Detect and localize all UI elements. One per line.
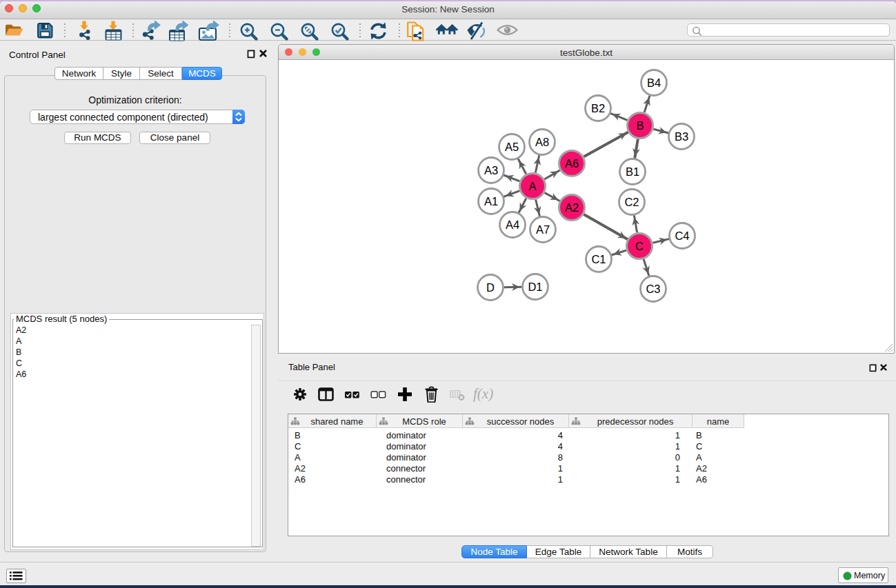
svg-text:A8: A8 bbox=[535, 136, 549, 148]
svg-text:A2: A2 bbox=[565, 201, 579, 214]
svg-text:C2: C2 bbox=[624, 196, 639, 208]
svg-text:B2: B2 bbox=[591, 102, 605, 114]
svg-text:A3: A3 bbox=[484, 164, 498, 176]
svg-text:C4: C4 bbox=[675, 230, 689, 242]
svg-text:A7: A7 bbox=[536, 223, 550, 236]
svg-text:C: C bbox=[635, 240, 644, 252]
svg-text:C1: C1 bbox=[591, 253, 606, 265]
svg-text:C3: C3 bbox=[646, 283, 660, 295]
svg-text:A: A bbox=[528, 180, 536, 192]
svg-text:D1: D1 bbox=[528, 281, 542, 293]
svg-text:B3: B3 bbox=[675, 130, 688, 143]
svg-text:A5: A5 bbox=[505, 141, 519, 153]
svg-text:B: B bbox=[636, 119, 644, 132]
svg-text:A1: A1 bbox=[484, 195, 498, 207]
svg-text:D: D bbox=[486, 281, 495, 294]
svg-text:B1: B1 bbox=[626, 165, 639, 178]
svg-text:A6: A6 bbox=[565, 157, 579, 170]
svg-text:A4: A4 bbox=[506, 219, 519, 231]
svg-text:B4: B4 bbox=[647, 77, 661, 89]
